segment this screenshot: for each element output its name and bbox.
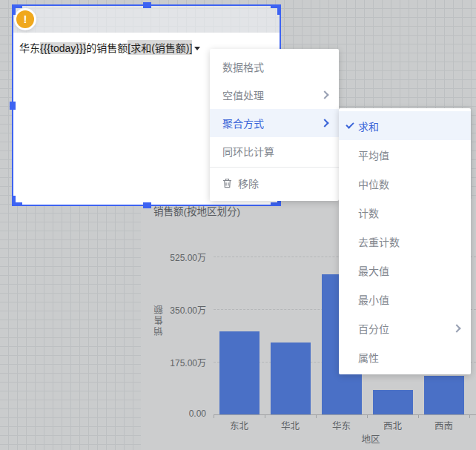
menu-item[interactable]: 数据格式 [210,53,339,81]
chevron-right-icon [320,119,328,127]
x-tick-label: 华北 [265,418,316,432]
menu-item[interactable]: 同环比计算 [210,137,339,165]
bar-东北[interactable] [219,331,260,414]
resize-handle-top-left[interactable] [12,4,22,15]
chevron-right-icon [452,324,460,332]
widget-top-strip [13,6,280,33]
submenu-item-label: 计数 [358,205,460,220]
resize-handle-bottom-left[interactable] [12,196,22,206]
resize-handle-top[interactable] [143,2,151,8]
bar-西南[interactable] [424,376,464,414]
y-tick-label: 350.00万 [141,303,206,316]
trash-icon [222,178,232,188]
menu-divider [210,167,339,168]
menu-item-label: 同环比计算 [222,144,328,159]
y-tick-label: 525.00万 [141,251,206,263]
check-icon [346,120,354,128]
chevron-right-icon [320,90,328,99]
axis-tick [469,414,470,418]
resize-handle-top-right[interactable] [271,4,281,15]
submenu-item-label: 属性 [358,350,460,365]
aggregation-submenu: 求和平均值中位数计数去重计数最大值最小值百分位属性 [339,108,471,374]
context-menu: 数据格式空值处理聚合方式同环比计算移除 [210,49,339,201]
submenu-item-label: 平均值 [358,148,460,162]
menu-item-label: 数据格式 [222,59,328,74]
title-segment: 的销售额 [86,40,128,55]
title-segment: 华东 [19,40,40,55]
submenu-item[interactable]: 属性 [339,343,471,371]
x-tick-label: 东北 [214,418,265,432]
menu-item[interactable]: 聚合方式 [210,109,339,137]
submenu-item-label: 最大值 [358,263,460,278]
submenu-item[interactable]: 最大值 [339,256,471,285]
menu-item[interactable]: 空值处理 [210,81,339,109]
submenu-item[interactable]: 求和 [339,111,471,140]
submenu-item-label: 去重计数 [358,234,460,249]
x-axis-title: 地区 [334,431,408,446]
check-slot [346,125,358,127]
x-tick-label: 华东 [316,418,367,432]
submenu-item[interactable]: 去重计数 [339,227,471,256]
title-segment: {{{today}}} [40,42,86,54]
y-tick-label: 175.00万 [141,356,206,368]
submenu-item[interactable]: 百分位 [339,314,471,343]
menu-item-label: 聚合方式 [222,116,322,130]
caret-down-icon[interactable] [194,47,200,50]
resize-handle-left[interactable] [10,102,16,110]
submenu-item[interactable]: 中位数 [339,169,471,198]
submenu-item-label: 百分位 [358,321,454,336]
y-tick-label: 0.00 [141,408,206,419]
menu-item-remove[interactable]: 移除 [210,169,339,197]
submenu-item-label: 中位数 [358,176,460,191]
menu-item-label: 空值处理 [222,87,322,102]
submenu-item[interactable]: 平均值 [339,140,471,169]
bar-西北[interactable] [373,390,413,414]
resize-handle-bottom[interactable] [143,202,151,208]
submenu-item[interactable]: 计数 [339,198,471,227]
x-tick-label: 西南 [418,418,469,432]
submenu-item-label: 求和 [358,119,460,133]
menu-item-label: 移除 [238,176,328,191]
x-tick-label: 西北 [367,418,418,432]
bar-华北[interactable] [271,343,311,414]
design-canvas[interactable]: 销售额(按地区划分) 销售额 0.00175.00万350.00万525.00万… [0,0,476,450]
submenu-item[interactable]: 最小值 [339,285,471,314]
title-segment: [求和(销售额)] [128,40,192,55]
x-axis-line [214,414,476,415]
submenu-item-label: 最小值 [358,292,460,307]
